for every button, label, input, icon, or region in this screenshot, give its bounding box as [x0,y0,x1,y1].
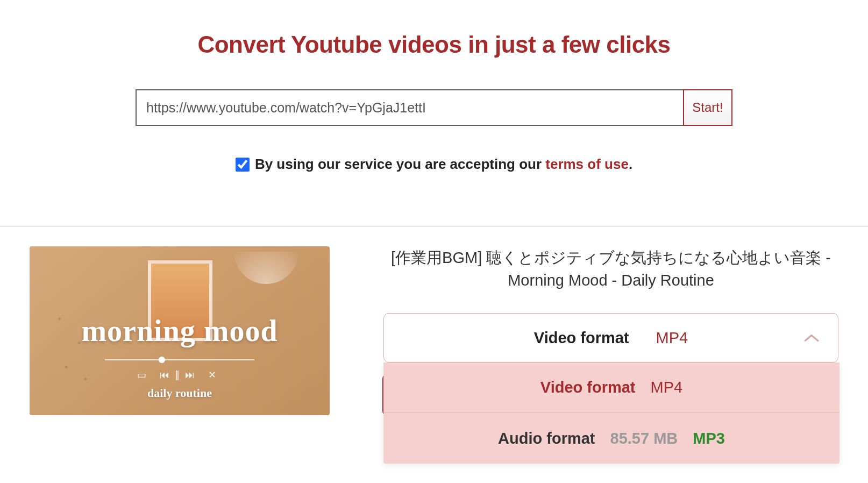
video-title: [作業用BGM] 聴くとポジティブな気持ちになる心地よい音楽 - Morning… [383,246,838,292]
thumb-player-controls-icon: ▭ ⏮‖⏭ ✕ [30,369,330,381]
format-selected-value: MP4 [656,329,688,347]
thumb-decor-lamp [234,252,298,284]
option-value: MP3 [693,430,725,448]
terms-checkbox[interactable] [236,158,250,172]
option-value: MP4 [651,379,683,396]
terms-suffix: . [629,156,632,172]
thumb-progress-bar [105,359,254,360]
youtube-url-input[interactable] [136,89,684,126]
page-headline: Convert Youtube videos in just a few cli… [0,31,868,58]
format-option-video-mp4[interactable]: Video format MP4 [383,363,839,413]
option-label: Audio format [498,430,595,448]
format-option-audio-mp3[interactable]: Audio format 85.57 MB MP3 [383,413,839,464]
result-right-column: [作業用BGM] 聴くとポジティブな気持ちになる心地よい音楽 - Morning… [383,246,838,415]
option-size: 85.57 MB [610,430,678,448]
terms-prefix: By using our service you are accepting o… [255,156,545,172]
format-dropdown-panel: Video format MP4 Audio format 85.57 MB M… [383,363,839,464]
video-thumbnail: morning mood ▭ ⏮‖⏭ ✕ daily routine [30,246,330,415]
format-dropdown-selected[interactable]: Video format MP4 [383,313,838,363]
thumb-title-overlay: morning mood [30,314,330,348]
url-input-row: Start! [136,89,732,126]
terms-of-use-link[interactable]: terms of use [545,156,629,172]
chevron-up-icon [803,329,820,347]
result-area: morning mood ▭ ⏮‖⏭ ✕ daily routine [作業用B… [0,227,868,415]
start-button[interactable]: Start! [683,89,732,126]
option-label: Video format [540,379,636,396]
format-selected-label: Video format [534,329,629,347]
thumb-subtitle-overlay: daily routine [30,386,330,400]
terms-row: By using our service you are accepting o… [0,156,868,173]
thumb-progress-dot [159,357,165,363]
format-dropdown: Video format MP4 Video format MP4 Audio … [383,313,838,363]
